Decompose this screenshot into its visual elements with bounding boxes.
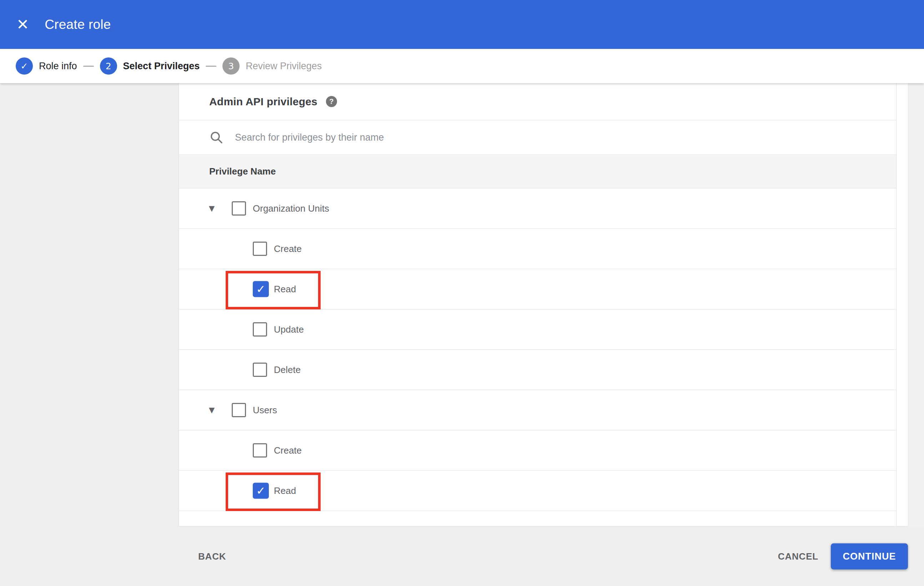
privilege-label: Organization Units xyxy=(253,203,329,214)
privilege-checkbox[interactable] xyxy=(253,443,267,458)
cancel-button[interactable]: CANCEL xyxy=(778,551,818,562)
collapse-caret-icon[interactable]: ▼ xyxy=(209,407,214,414)
section-heading-row: Admin API privileges ? xyxy=(179,83,896,120)
privilege-row: Create xyxy=(179,430,896,471)
step-circle: 2 xyxy=(100,58,117,74)
privilege-checkbox[interactable] xyxy=(232,201,246,216)
highlight-annotation xyxy=(226,472,321,511)
privilege-checkbox[interactable]: ✓ xyxy=(253,483,269,499)
step-separator xyxy=(206,66,216,67)
close-icon[interactable]: ✕ xyxy=(16,17,29,32)
privilege-label: Delete xyxy=(274,364,300,375)
privilege-label: Read xyxy=(274,284,296,295)
privilege-checkbox[interactable] xyxy=(253,242,267,256)
privilege-row: Update xyxy=(179,309,896,350)
privileges-card: Admin API privileges ? Privilege Name ▼ … xyxy=(179,83,896,526)
privilege-row: ✓ Read xyxy=(179,269,896,309)
stepper: ✓ Role info 2 Select Privileges 3 Review… xyxy=(0,49,924,83)
privilege-label: Create xyxy=(274,244,302,254)
privilege-checkbox[interactable]: ✓ xyxy=(253,281,269,297)
stepper-step-2[interactable]: 2 Select Privileges xyxy=(100,58,200,74)
footer: BACK CANCEL CONTINUE xyxy=(0,527,924,586)
search-icon xyxy=(209,130,223,145)
step-label: Review Privileges xyxy=(246,61,322,72)
column-header-privilege-name: Privilege Name xyxy=(209,166,276,177)
privilege-row: ✓ Read xyxy=(179,471,896,511)
search-input[interactable] xyxy=(235,132,663,143)
privilege-checkbox[interactable] xyxy=(232,403,246,417)
step-circle: ✓ xyxy=(16,58,33,74)
privilege-label: Update xyxy=(274,324,304,335)
privilege-row: ▼ Organization Units xyxy=(179,188,896,229)
step-label: Role info xyxy=(39,61,77,72)
privilege-row: Create xyxy=(179,229,896,269)
appbar: ✕ Create role xyxy=(0,0,924,49)
privilege-checkbox[interactable] xyxy=(253,322,267,337)
search-bar xyxy=(179,120,896,155)
privilege-row: ▼ Users xyxy=(179,390,896,430)
scrollbar-track[interactable] xyxy=(908,83,924,527)
highlight-annotation xyxy=(226,271,321,309)
page-title: Create role xyxy=(45,17,111,32)
continue-button[interactable]: CONTINUE xyxy=(831,543,908,569)
privilege-label: Users xyxy=(253,405,277,416)
privileges-panel: Admin API privileges ? Privilege Name ▼ … xyxy=(178,83,908,527)
table-header: Privilege Name xyxy=(179,155,896,188)
step-label: Select Privileges xyxy=(123,61,200,72)
section-title: Admin API privileges xyxy=(209,95,317,108)
step-separator xyxy=(83,66,94,67)
privilege-rows: ▼ Organization Units Create ✓ Read Updat… xyxy=(179,188,896,511)
checkmark-icon: ✓ xyxy=(256,486,266,496)
collapse-caret-icon[interactable]: ▼ xyxy=(209,205,214,212)
privilege-label: Read xyxy=(274,486,296,496)
content-area: Admin API privileges ? Privilege Name ▼ … xyxy=(0,83,924,527)
stepper-step-1[interactable]: ✓ Role info xyxy=(16,58,77,74)
privilege-row: Delete xyxy=(179,350,896,390)
checkmark-icon: ✓ xyxy=(256,284,266,295)
stepper-step-3[interactable]: 3 Review Privileges xyxy=(223,58,322,74)
step-circle: 3 xyxy=(223,58,239,74)
help-icon[interactable]: ? xyxy=(326,96,337,107)
back-button[interactable]: BACK xyxy=(198,551,226,562)
privilege-label: Create xyxy=(274,445,302,456)
privilege-checkbox[interactable] xyxy=(253,362,267,377)
